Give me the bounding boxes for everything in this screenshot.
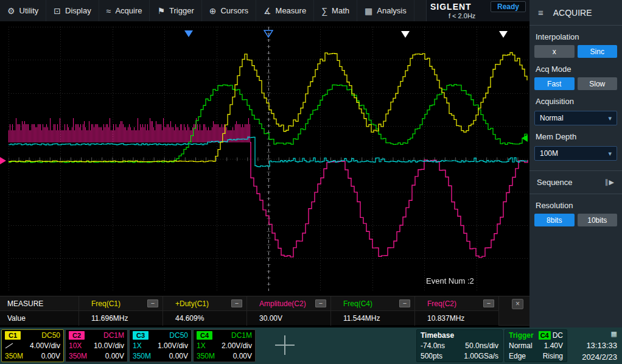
sequence-button[interactable]: Sequence ∥▶ [529, 170, 622, 194]
channel-badge: C3 [133, 331, 149, 340]
trigger-coupling: DC [553, 331, 563, 340]
trigger-position-marker[interactable] [184, 30, 193, 37]
trigger-level-marker[interactable] [522, 135, 528, 142]
menu-item-acquire[interactable]: ≈ Acquire [99, 0, 150, 21]
analysis-icon: ▦ [365, 6, 372, 16]
value-text: 11.544MHz [343, 314, 380, 323]
trigger-type: Edge [509, 352, 526, 360]
trigger-label: Trigger [509, 331, 534, 340]
channel-info-c3[interactable]: C3 DC50 1X 1.00V/div 350M 0.00V [129, 329, 192, 362]
menu-item-label: Math [332, 6, 349, 15]
menu-item-math[interactable]: ∑ Math [314, 0, 357, 21]
siglent-logo: SIGLENT [430, 2, 472, 12]
menu-item-trigger[interactable]: ⚑ Trigger [150, 0, 201, 21]
measure-name: Freq(C4) [343, 299, 372, 308]
menu-item-label: Cursors [220, 6, 248, 15]
measure-icon: ∡ [264, 6, 271, 16]
menu-item-analysis[interactable]: ▦ Analysis [357, 0, 414, 21]
resolution-10bits-button[interactable]: 10bits [578, 214, 618, 226]
waveform-icon: ≈ [107, 6, 111, 16]
channel-coupling: DC50 [41, 331, 60, 340]
waveform-canvas[interactable] [9, 27, 528, 291]
channel-bandwidth: 350M [69, 352, 87, 360]
measure-item-amplitude-c2: Amplitude(C2) − [247, 296, 331, 311]
acquisition-status-badge: Ready [491, 1, 526, 12]
measure-bar: MEASURE Freq(C1) − +Duty(C1) − Amplitude… [0, 296, 529, 325]
mem-depth-value: 100M [540, 149, 558, 158]
menu-item-label: Analysis [377, 6, 406, 15]
measure-item-freq-c1: Freq(C1) − [79, 296, 163, 311]
mem-depth-label: Mem Depth [529, 125, 622, 145]
timebase-label: Timebase [421, 331, 454, 340]
timebase-info[interactable]: Timebase -74.0ns 50.0ns/div 500pts 1.00G… [416, 329, 503, 362]
channel-info-c1[interactable]: C1 DC50 4.00V/div 350M 0.00V [1, 329, 64, 362]
acq-mode-slow-button[interactable]: Slow [578, 77, 618, 90]
trigger-info[interactable]: Trigger C4 DC Normal 1.40V Edge Rising [505, 329, 567, 362]
measure-value: 11.696MHz [79, 311, 163, 326]
channel-vdiv: 10.0V/div [94, 341, 124, 350]
value-text: 30.00V [259, 314, 282, 323]
menu-item-cursors[interactable]: ⊕ Cursors [202, 0, 256, 21]
resolution-8bits-button[interactable]: 8bits [534, 214, 575, 226]
remove-measure-button[interactable]: − [147, 299, 158, 307]
c2-offset-marker[interactable] [0, 157, 6, 164]
acq-mode-label: Acq Mode [529, 58, 622, 77]
menu-item-label: Display [65, 6, 91, 15]
channel-atten: 1X [133, 341, 142, 350]
sequence-label: Sequence [537, 178, 573, 187]
menu-item-label: Acquire [115, 6, 142, 15]
trigger-delay-marker[interactable] [264, 30, 273, 38]
trigger-mode: Normal [509, 341, 533, 350]
timebase-delay: -74.0ns [421, 341, 445, 350]
timebase-points: 500pts [421, 352, 442, 360]
interpolation-sinc-button[interactable]: Sinc [578, 45, 618, 58]
acquisition-value: Normal [540, 114, 564, 122]
gear-icon: ⚙ [7, 6, 15, 16]
interpolation-x-button[interactable]: x [534, 45, 575, 58]
menu-item-display[interactable]: ⊡ Display [46, 0, 99, 21]
remove-measure-button[interactable]: − [231, 299, 242, 307]
measure-value-label: Value [0, 311, 79, 326]
menu-item-utility[interactable]: ⚙ Utility [0, 0, 46, 21]
channel-coupling: DC50 [169, 331, 188, 340]
network-icon: ▦ [611, 330, 617, 338]
main-menu: ⚙ Utility ⊡ Display ≈ Acquire ⚑ Trigger … [0, 0, 426, 21]
channel-info-c2[interactable]: C2 DC1M 10X 10.0V/div 350M 0.00V [65, 329, 128, 362]
measure-close-cell: × [499, 296, 529, 326]
trigger-level: 1.40V [544, 341, 563, 350]
channel-badge: C2 [69, 331, 85, 340]
remove-measure-button[interactable]: − [315, 299, 326, 307]
channel-offset: 0.00V [169, 352, 188, 360]
close-measure-bar-button[interactable]: × [512, 299, 523, 309]
interpolation-label: Interpolation [529, 26, 622, 45]
acq-mode-fast-button[interactable]: Fast [534, 77, 575, 90]
timebase-sample-rate: 1.00GSa/s [464, 352, 498, 360]
channel-badge: C1 [5, 331, 21, 340]
mem-depth-dropdown[interactable]: 100M ▾ [534, 146, 617, 161]
panel-header: ≡ ACQUIRE [529, 0, 622, 26]
channel-vdiv: 2.00V/div [222, 341, 252, 350]
remove-measure-button[interactable]: − [399, 299, 410, 307]
value-text: 10.837MHz [427, 314, 464, 323]
clock[interactable]: ▦ 13:13:33 2024/2/23 [571, 329, 620, 362]
menu-icon[interactable]: ≡ [538, 7, 543, 18]
panel-title: ACQUIRE [553, 8, 592, 18]
chevron-down-icon: ▾ [608, 114, 612, 122]
channel-offset: 0.00V [233, 352, 252, 360]
remove-measure-button[interactable]: − [483, 299, 494, 307]
acquisition-dropdown[interactable]: Normal ▾ [534, 111, 617, 125]
value-text: 44.609% [175, 314, 204, 323]
measure-name: Freq(C1) [91, 299, 121, 308]
menu-item-measure[interactable]: ∡ Measure [256, 0, 314, 21]
brand-area: SIGLENT Ready f < 2.0Hz [426, 0, 529, 21]
sequence-play-icon: ∥▶ [605, 178, 615, 186]
channel-info-c4[interactable]: C4 DC1M 1X 2.00V/div 350M 0.00V [193, 329, 256, 362]
measure-header-label: MEASURE [0, 296, 79, 311]
measure-name: Freq(C2) [427, 299, 456, 308]
channel-coupling: DC1M [103, 331, 124, 340]
chevron-down-icon: ▾ [608, 150, 612, 158]
cursors-icon: ⊕ [209, 6, 217, 16]
measure-name: Amplitude(C2) [259, 299, 306, 308]
top-menu-bar: ⚙ Utility ⊡ Display ≈ Acquire ⚑ Trigger … [0, 0, 529, 22]
event-marker-icon [499, 31, 508, 38]
